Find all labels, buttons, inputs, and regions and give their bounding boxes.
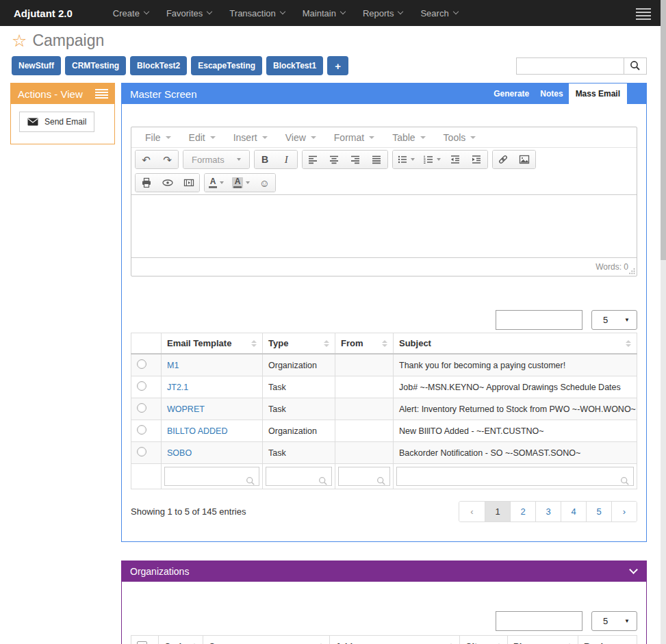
row-radio[interactable] [137, 359, 146, 369]
page-next-button[interactable]: › [611, 502, 637, 521]
global-search-input[interactable] [516, 57, 624, 75]
template-link[interactable]: JT2.1 [167, 383, 188, 392]
menu-transaction[interactable]: Transaction [220, 0, 293, 26]
tab-newstuff[interactable]: NewStuff [12, 56, 61, 75]
col-phone[interactable]: Phone [508, 636, 578, 644]
media-button[interactable] [178, 174, 199, 192]
col-city[interactable]: City [460, 636, 508, 644]
scrollbar-thumb[interactable] [661, 0, 666, 260]
search-icon [318, 476, 328, 486]
templates-page-size-select[interactable]: 5 ▼ [591, 310, 637, 330]
col-email-template[interactable]: Email Template [162, 333, 263, 355]
menu-search[interactable]: Search [411, 0, 466, 26]
align-justify-button[interactable] [366, 151, 387, 168]
eye-icon [162, 177, 174, 188]
media-icon [183, 177, 194, 188]
page-5-button[interactable]: 5 [586, 502, 611, 521]
preview-button[interactable] [157, 174, 178, 192]
insert-image-button[interactable] [514, 151, 535, 168]
row-radio[interactable] [137, 447, 146, 456]
editor-menu-edit[interactable]: Edit [180, 132, 225, 143]
editor-menu-file[interactable]: File [136, 132, 180, 143]
notes-link[interactable]: Notes [535, 89, 568, 99]
menu-icon[interactable] [95, 89, 108, 99]
editor-menu-view[interactable]: View [277, 132, 325, 143]
menu-maintain[interactable]: Maintain [294, 0, 354, 26]
send-email-button[interactable]: Send Email [19, 112, 94, 132]
master-screen-panel: Master Screen Generate Notes Mass Email … [121, 83, 647, 542]
background-color-button[interactable]: A [228, 174, 254, 192]
emoticons-button[interactable]: ☺ [254, 174, 275, 192]
image-icon [519, 154, 530, 165]
page-scrollbar[interactable] [661, 0, 666, 644]
print-button[interactable] [136, 174, 157, 192]
mass-email-tab[interactable]: Mass Email [569, 83, 627, 104]
col-type[interactable]: Type [263, 333, 335, 355]
envelope-icon [27, 118, 38, 126]
tab-escapetesting[interactable]: EscapeTesting [191, 56, 262, 75]
undo-button[interactable]: ↶ [136, 151, 157, 168]
page-prev-button[interactable]: ‹ [459, 502, 485, 521]
table-row: M1 Organization Thank you for becoming a… [131, 354, 637, 376]
page-4-button[interactable]: 4 [561, 502, 586, 521]
editor-menu-table[interactable]: Table [383, 132, 434, 143]
hamburger-icon[interactable] [636, 8, 651, 20]
text-color-button[interactable]: A [205, 174, 228, 192]
templates-search-input[interactable] [496, 310, 582, 330]
caret-down-icon [311, 136, 316, 139]
align-left-button[interactable] [303, 151, 324, 168]
page-3-button[interactable]: 3 [535, 502, 561, 521]
star-icon[interactable]: ☆ [12, 32, 27, 49]
indent-button[interactable] [466, 151, 487, 168]
bold-button[interactable]: B [255, 151, 276, 168]
template-link[interactable]: WOPRET [167, 404, 205, 414]
numbered-list-icon [423, 154, 434, 165]
col-from[interactable]: From [335, 333, 394, 355]
global-search [516, 57, 647, 75]
editor-menu-tools[interactable]: Tools [435, 132, 485, 143]
tab-blocktest1[interactable]: BlockTest1 [266, 56, 323, 75]
app-brand[interactable]: Adjutant 2.0 [0, 8, 86, 19]
organizations-search-input[interactable] [496, 611, 582, 631]
master-header-tabs: Generate Notes Mass Email [488, 83, 646, 104]
global-search-button[interactable] [624, 57, 647, 75]
editor-menu-insert[interactable]: Insert [225, 132, 277, 143]
editor-menu-format[interactable]: Format [325, 132, 383, 143]
redo-button[interactable]: ↷ [157, 151, 178, 168]
actions-panel-header: Actions - View [11, 83, 114, 104]
col-code[interactable]: Code [159, 636, 203, 644]
numbered-list-button[interactable] [419, 151, 445, 168]
resize-grip-icon[interactable] [628, 268, 635, 274]
menu-create[interactable]: Create [104, 0, 157, 26]
select-all-checkbox[interactable]: ✓ [137, 641, 147, 644]
col-company[interactable]: Company [203, 636, 330, 644]
template-link[interactable]: SOBO [167, 448, 192, 458]
row-radio[interactable] [137, 381, 146, 391]
menu-favorites[interactable]: Favorites [157, 0, 220, 26]
page-1-button[interactable]: 1 [485, 502, 510, 521]
outdent-button[interactable] [445, 151, 466, 168]
bullet-list-button[interactable] [393, 151, 419, 168]
menu-reports[interactable]: Reports [354, 0, 412, 26]
organizations-page-size-select[interactable]: 5 ▼ [591, 611, 637, 631]
align-center-button[interactable] [324, 151, 345, 168]
col-business[interactable]: Busin [578, 636, 637, 644]
col-address[interactable]: Address [330, 636, 460, 644]
filter-subject-input[interactable] [396, 467, 634, 486]
italic-button[interactable]: I [276, 151, 297, 168]
template-link[interactable]: M1 [167, 361, 179, 370]
row-radio[interactable] [137, 403, 146, 413]
page-2-button[interactable]: 2 [510, 502, 535, 521]
editor-content-area[interactable] [131, 194, 637, 257]
tab-blocktest2[interactable]: BlockTest2 [130, 56, 187, 75]
col-subject[interactable]: Subject [394, 333, 637, 355]
template-link[interactable]: BILLTO ADDED [167, 426, 227, 436]
row-radio[interactable] [137, 425, 146, 435]
add-tab-button[interactable]: + [327, 56, 348, 75]
insert-link-button[interactable] [493, 151, 514, 168]
align-right-button[interactable] [345, 151, 366, 168]
collapse-chevron-icon[interactable] [629, 565, 638, 574]
tab-crmtesting[interactable]: CRMTesting [65, 56, 126, 75]
formats-dropdown[interactable]: Formats [183, 151, 249, 168]
generate-link[interactable]: Generate [488, 89, 535, 99]
